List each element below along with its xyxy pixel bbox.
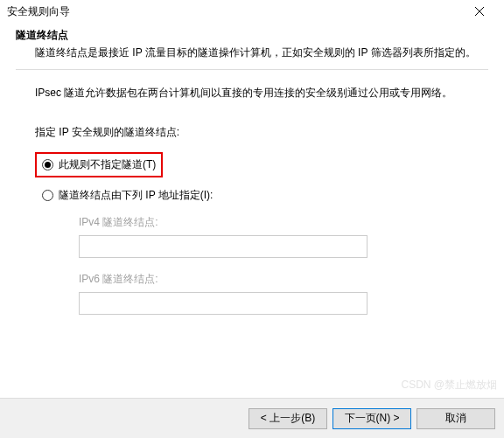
close-button[interactable]: [462, 2, 497, 21]
close-icon: [474, 6, 485, 17]
next-button[interactable]: 下一页(N) >: [332, 408, 411, 429]
prompt-text: 指定 IP 安全规则的隧道终结点:: [35, 125, 488, 140]
title-bar: 安全规则向导: [0, 0, 504, 23]
radio-no-tunnel[interactable]: 此规则不指定隧道(T): [42, 157, 156, 172]
radio-specify-ip[interactable]: 隧道终结点由下列 IP 地址指定(I):: [42, 188, 488, 203]
highlight-annotation: 此规则不指定隧道(T): [35, 152, 163, 177]
radio-no-tunnel-label: 此规则不指定隧道(T): [59, 157, 156, 172]
ipv4-field-group: IPv4 隧道终结点:: [79, 215, 488, 258]
radio-specify-ip-label: 隧道终结点由下列 IP 地址指定(I):: [59, 188, 213, 203]
page-heading: 隧道终结点: [16, 28, 488, 43]
content-area: 隧道终结点 隧道终结点是最接近 IP 流量目标的隧道操作计算机，正如安全规则的 …: [0, 23, 504, 315]
watermark: CSDN @禁止燃放烟: [401, 378, 497, 393]
window-title: 安全规则向导: [7, 4, 70, 19]
cancel-button[interactable]: 取消: [416, 408, 495, 429]
page-subheading: 隧道终结点是最接近 IP 流量目标的隧道操作计算机，正如安全规则的 IP 筛选器…: [35, 45, 488, 60]
button-row: < 上一步(B) 下一页(N) > 取消: [0, 398, 504, 438]
radio-icon: [42, 190, 53, 201]
divider: [16, 69, 488, 70]
description-text: IPsec 隧道允许数据包在两台计算机间以直接的专用连接的安全级别通过公用或专用…: [35, 86, 488, 101]
radio-icon: [42, 159, 53, 170]
back-button[interactable]: < 上一步(B): [248, 408, 327, 429]
tunnel-radio-group: 此规则不指定隧道(T) 隧道终结点由下列 IP 地址指定(I): IPv4 隧道…: [35, 152, 488, 315]
ipv6-field-group: IPv6 隧道终结点:: [79, 272, 488, 315]
ipv4-input: [79, 235, 368, 258]
ipv6-label: IPv6 隧道终结点:: [79, 272, 488, 287]
ipv6-input: [79, 292, 368, 315]
ipv4-label: IPv4 隧道终结点:: [79, 215, 488, 230]
